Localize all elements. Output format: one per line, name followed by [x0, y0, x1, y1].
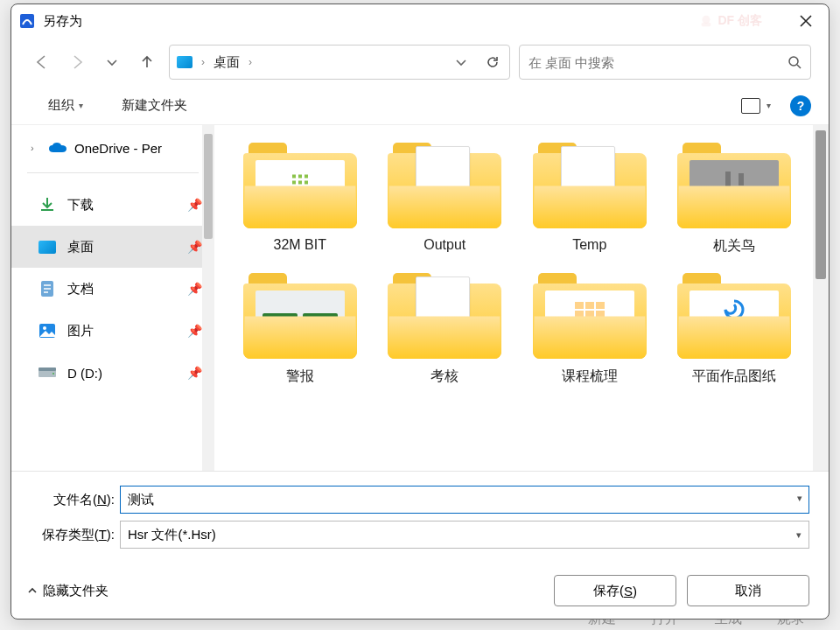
forward-button[interactable]: [64, 49, 90, 75]
back-button[interactable]: [29, 49, 55, 75]
folder-item[interactable]: Output: [377, 143, 514, 256]
sidebar-item-drive-d[interactable]: D (D:) 📌: [11, 352, 214, 394]
footer: 隐藏文件夹 保存(S) 取消: [11, 563, 829, 619]
filename-input[interactable]: [120, 486, 809, 514]
folder-icon: [533, 143, 647, 228]
folder-item[interactable]: 32M BIT: [232, 143, 368, 256]
folder-label: 警报: [286, 368, 314, 386]
view-icon: [741, 98, 760, 114]
sidebar-item-label: D (D:): [67, 366, 102, 381]
folder-icon: [243, 273, 357, 359]
sidebar-item-label: 文档: [67, 281, 94, 298]
chevron-right-icon: ›: [201, 56, 205, 68]
sidebar-item-label: 下载: [67, 197, 94, 214]
sidebar-scrollbar[interactable]: [202, 125, 214, 471]
folder-item[interactable]: 平面作品图纸: [667, 273, 803, 386]
chevron-down-icon[interactable]: ▾: [797, 493, 802, 504]
folder-icon: [677, 143, 791, 228]
content-scrollbar[interactable]: [813, 125, 829, 471]
svg-point-9: [52, 373, 54, 374]
folder-label: 机关鸟: [713, 237, 755, 256]
refresh-button[interactable]: [480, 49, 506, 75]
toolbar: 组织▾ 新建文件夹 ▾ ?: [11, 87, 829, 125]
sidebar-item-downloads[interactable]: 下载 📌: [11, 184, 214, 226]
cloud-icon: [48, 142, 67, 154]
folder-label: Temp: [572, 237, 606, 253]
svg-point-3: [789, 57, 798, 66]
folder-icon: [243, 143, 357, 228]
pin-icon: 📌: [187, 240, 202, 254]
svg-point-1: [703, 16, 710, 24]
folder-item[interactable]: 警报: [232, 273, 368, 386]
divider: [27, 172, 199, 173]
filetype-value: Hsr 文件(*.Hsr): [128, 527, 216, 543]
folder-icon: [388, 273, 501, 359]
download-icon: [38, 195, 57, 214]
hide-folders-button[interactable]: 隐藏文件夹: [27, 583, 108, 599]
form-area: 文件名(N): ▾ 保存类型(T): Hsr 文件(*.Hsr) ▾: [11, 472, 829, 563]
folder-label: 32M BIT: [274, 237, 326, 253]
document-icon: [38, 279, 57, 298]
folder-label: 考核: [430, 368, 458, 386]
view-mode-button[interactable]: ▾: [738, 94, 774, 117]
sidebar-item-label: 桌面: [67, 239, 94, 256]
filetype-combobox[interactable]: Hsr 文件(*.Hsr) ▾: [120, 521, 809, 549]
breadcrumb-item[interactable]: 桌面: [214, 54, 240, 71]
folder-icon: [533, 273, 647, 359]
sidebar-item-onedrive[interactable]: › OneDrive - Per: [11, 132, 214, 164]
folder-item[interactable]: 课程梳理: [522, 273, 658, 386]
folder-icon: [677, 273, 791, 359]
location-icon: [177, 56, 192, 68]
filetype-label: 保存类型(T):: [31, 527, 115, 543]
search-input[interactable]: [528, 55, 788, 70]
titlebar: 另存为 DF 创客: [11, 4, 829, 38]
svg-point-6: [43, 326, 46, 330]
recent-dropdown[interactable]: [99, 49, 125, 75]
pin-icon: 📌: [187, 324, 202, 338]
pin-icon: 📌: [187, 198, 202, 212]
pin-icon: 📌: [187, 366, 202, 380]
sidebar-item-label: 图片: [67, 323, 94, 340]
main-area: › OneDrive - Per 下载 📌 桌面 📌 文档 📌: [11, 125, 829, 472]
folder-item[interactable]: Temp: [522, 143, 658, 256]
address-bar[interactable]: › 桌面 ›: [169, 45, 510, 80]
sidebar-item-pictures[interactable]: 图片 📌: [11, 310, 214, 352]
app-icon: [18, 12, 36, 30]
cancel-button[interactable]: 取消: [687, 575, 809, 606]
up-button[interactable]: [134, 49, 160, 75]
folder-label: 平面作品图纸: [692, 368, 776, 386]
nav-row: › 桌面 ›: [11, 38, 829, 87]
svg-rect-8: [38, 368, 56, 371]
drive-icon: [38, 363, 57, 382]
chevron-right-icon: ›: [31, 143, 41, 153]
organize-menu[interactable]: 组织▾: [45, 94, 87, 117]
folder-label: 课程梳理: [562, 368, 618, 386]
close-button[interactable]: [788, 8, 823, 34]
folder-item[interactable]: 机关鸟: [667, 143, 803, 256]
save-button[interactable]: 保存(S): [554, 575, 676, 606]
chevron-right-icon: ›: [248, 56, 252, 68]
svg-rect-2: [702, 23, 711, 27]
desktop-icon: [38, 237, 57, 256]
folder-item[interactable]: 考核: [377, 273, 514, 386]
search-icon: [788, 55, 802, 69]
navigation-pane: › OneDrive - Per 下载 📌 桌面 📌 文档 📌: [11, 125, 214, 471]
new-folder-button[interactable]: 新建文件夹: [118, 94, 191, 117]
dialog-title: 另存为: [43, 13, 82, 30]
pictures-icon: [38, 321, 57, 340]
sidebar-item-documents[interactable]: 文档 📌: [11, 268, 214, 310]
sidebar-item-desktop[interactable]: 桌面 📌: [11, 226, 214, 268]
pin-icon: 📌: [187, 282, 202, 296]
filename-label: 文件名(N):: [31, 492, 115, 508]
file-list: 32M BIT Output Temp 机关鸟 警报: [214, 125, 829, 471]
folder-icon: [388, 143, 501, 228]
help-button[interactable]: ?: [790, 95, 811, 116]
search-box[interactable]: [519, 45, 811, 80]
address-dropdown[interactable]: [448, 49, 474, 75]
save-as-dialog: 另存为 DF 创客 › 桌面 › 组织▾ 新建文件夹: [10, 4, 830, 620]
sidebar-item-label: OneDrive - Per: [74, 141, 162, 156]
watermark: DF 创客: [698, 13, 762, 29]
chevron-down-icon: ▾: [796, 529, 802, 541]
chevron-up-icon: [27, 585, 38, 596]
folder-label: Output: [424, 237, 466, 253]
